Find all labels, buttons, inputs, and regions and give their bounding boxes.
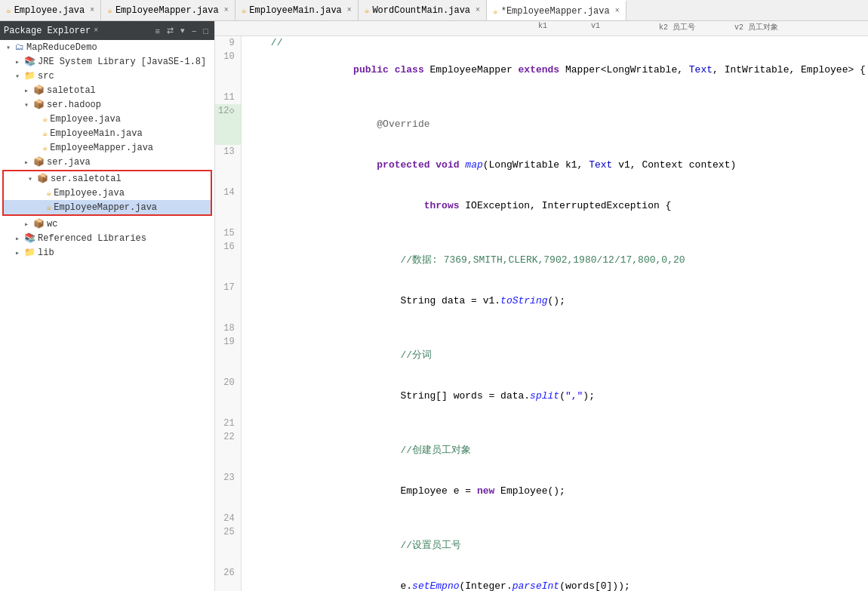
ruler-markers: k1 v1 k2 员工号 v2 员工对象 bbox=[221, 22, 862, 35]
link-editor-btn[interactable]: ⇄ bbox=[165, 25, 176, 36]
tab-close-btn[interactable]: × bbox=[615, 7, 620, 15]
line-content[interactable]: //设置员工号 bbox=[241, 525, 868, 566]
expand-arrow[interactable]: ▸ bbox=[24, 86, 33, 95]
editor-area: k1 v1 k2 员工号 v2 员工对象 9 // 10 bbox=[215, 21, 868, 591]
keyword-new: new bbox=[477, 485, 494, 497]
tree-item-saletotal[interactable]: ▸ 📦 saletotal bbox=[0, 83, 214, 97]
tab-employee-java[interactable]: ☕ Employee.java × bbox=[0, 0, 101, 20]
line-content[interactable] bbox=[241, 417, 868, 430]
tree-item-employeemapper-java-2[interactable]: ☕ EmployeeMapper.java bbox=[4, 200, 211, 214]
line-content[interactable]: //数据: 7369,SMITH,CLERK,7902,1980/12/17,8… bbox=[241, 240, 868, 281]
expand-arrow[interactable]: ▾ bbox=[6, 43, 15, 52]
tree-item-reflibs[interactable]: ▸ 📚 Referenced Libraries bbox=[0, 231, 214, 245]
code-container[interactable]: 9 // 10 public class EmployeeMapper exte… bbox=[215, 36, 868, 591]
keyword-class: class bbox=[395, 64, 424, 75]
line-content[interactable]: protected void map(LongWritable k1, Text… bbox=[241, 145, 868, 186]
tree-label: MapReduceDemo bbox=[26, 42, 97, 53]
line-content[interactable]: throws IOException, InterruptedException… bbox=[241, 186, 868, 226]
tree-item-lib[interactable]: ▸ 📁 lib bbox=[0, 245, 214, 260]
jre-icon: 📚 bbox=[24, 56, 35, 67]
line-number: 23 bbox=[215, 471, 241, 512]
code-comment: //数据: 7369,SMITH,CLERK,7902,1980/12/17,8… bbox=[330, 254, 685, 266]
line-content[interactable]: Employee e = new Employee(); bbox=[241, 471, 868, 512]
string-literal: "," bbox=[565, 390, 583, 402]
tree-item-ser-java[interactable]: ▸ 📦 ser.java bbox=[0, 155, 214, 169]
table-row: 21 bbox=[215, 417, 868, 430]
line-content[interactable]: // bbox=[241, 36, 868, 50]
tree-label: lib bbox=[38, 248, 54, 258]
tree-label: wc bbox=[47, 219, 57, 229]
line-content[interactable]: String data = v1.toString(); bbox=[241, 281, 868, 322]
tab-close-btn[interactable]: × bbox=[476, 6, 480, 14]
tree-item-mapreducedemo[interactable]: ▾ 🗂 MapReduceDemo bbox=[0, 40, 214, 54]
line-content[interactable]: @Override bbox=[241, 104, 868, 145]
package-icon: 📦 bbox=[33, 218, 45, 229]
tree-label: Employee.java bbox=[50, 114, 121, 125]
project-tree: ▾ 🗂 MapReduceDemo ▸ 📚 JRE System Library… bbox=[0, 40, 214, 260]
expand-arrow[interactable]: ▸ bbox=[24, 158, 33, 167]
java-file-icon: ☕ bbox=[42, 142, 48, 153]
ruler-bar: k1 v1 k2 员工号 v2 员工对象 bbox=[215, 21, 868, 36]
tree-label: src bbox=[38, 71, 54, 82]
tree-item-jre[interactable]: ▸ 📚 JRE System Library [JavaSE-1.8] bbox=[0, 54, 214, 69]
close-tab-icon[interactable]: × bbox=[94, 26, 98, 35]
method-name: toString bbox=[500, 295, 547, 306]
expand-arrow[interactable]: ▸ bbox=[15, 248, 24, 257]
tab-employee-mapper[interactable]: ☕ EmployeeMapper.java × bbox=[101, 0, 235, 20]
java-file-icon: ☕ bbox=[42, 128, 48, 139]
expand-arrow[interactable]: ▾ bbox=[24, 100, 33, 109]
tree-item-ser-hadoop[interactable]: ▾ 📦 ser.hadoop bbox=[0, 97, 214, 112]
line-content[interactable] bbox=[241, 226, 868, 240]
minimize-btn[interactable]: − bbox=[189, 25, 199, 36]
tree-label: JRE System Library [JavaSE-1.8] bbox=[38, 57, 206, 67]
collapse-all-btn[interactable]: ≡ bbox=[152, 25, 162, 36]
java-file-icon: ☕ bbox=[42, 113, 48, 125]
table-row: 16 //数据: 7369,SMITH,CLERK,7902,1980/12/1… bbox=[215, 240, 868, 281]
line-content[interactable] bbox=[241, 91, 868, 104]
expand-arrow[interactable]: ▸ bbox=[15, 57, 24, 66]
line-content[interactable]: e.setEmpno(Integer.parseInt(words[0])); bbox=[241, 566, 868, 591]
red-border-group: ▾ 📦 ser.saletotal ☕ Employee.java ☕ Empl… bbox=[2, 170, 212, 216]
tree-item-employeemapper-java-1[interactable]: ☕ EmployeeMapper.java bbox=[0, 140, 214, 155]
expand-arrow[interactable]: ▾ bbox=[15, 72, 24, 81]
src-icon: 📁 bbox=[24, 70, 35, 82]
line-number: 15 bbox=[215, 226, 241, 240]
expand-arrow[interactable]: ▾ bbox=[28, 174, 37, 183]
v1-marker: v1 bbox=[591, 22, 600, 30]
line-number: 16 bbox=[215, 240, 241, 281]
tree-item-src[interactable]: ▾ 📁 src bbox=[0, 69, 214, 83]
line-content[interactable]: //创建员工对象 bbox=[241, 430, 868, 471]
line-number: 11 bbox=[215, 91, 241, 104]
expand-arrow[interactable]: ▸ bbox=[24, 220, 33, 229]
keyword-extends: extends bbox=[519, 64, 560, 75]
expand-arrow[interactable]: ▸ bbox=[15, 234, 24, 243]
table-row: 19 //分词 bbox=[215, 335, 868, 376]
tab-label: WordCountMain.java bbox=[372, 5, 470, 16]
view-menu-btn[interactable]: ▾ bbox=[178, 25, 187, 36]
line-content[interactable]: //分词 bbox=[241, 335, 868, 376]
tree-item-employee-java-2[interactable]: ☕ Employee.java bbox=[4, 186, 211, 200]
line-content[interactable]: String[] words = data.split(","); bbox=[241, 376, 868, 417]
tree-item-employee-java-1[interactable]: ☕ Employee.java bbox=[0, 112, 214, 126]
tree-item-employeemain-java[interactable]: ☕ EmployeeMain.java bbox=[0, 126, 214, 140]
tab-close-btn[interactable]: × bbox=[347, 6, 352, 14]
line-content[interactable]: public class EmployeeMapper extends Mapp… bbox=[241, 50, 868, 91]
tab-close-btn[interactable]: × bbox=[90, 6, 94, 14]
tree-label: Employee.java bbox=[54, 188, 125, 199]
tree-item-ser-saletotal[interactable]: ▾ 📦 ser.saletotal bbox=[4, 171, 211, 186]
tab-close-btn[interactable]: × bbox=[224, 6, 229, 14]
line-number: 24 bbox=[215, 512, 241, 525]
java-file-icon: ☕ bbox=[46, 202, 51, 213]
tab-wordcount-main[interactable]: ☕ WordCountMain.java × bbox=[359, 0, 487, 20]
maximize-btn[interactable]: □ bbox=[201, 25, 211, 36]
keyword-throws: throws bbox=[424, 200, 460, 211]
package-icon: 📦 bbox=[33, 156, 45, 168]
tree-item-wc[interactable]: ▸ 📦 wc bbox=[0, 217, 214, 231]
line-number: 9 bbox=[215, 36, 241, 50]
line-content[interactable] bbox=[241, 322, 868, 335]
tab-employee-main[interactable]: ☕ EmployeeMain.java × bbox=[235, 0, 359, 20]
tab-employee-mapper-active[interactable]: ☕ *EmployeeMapper.java × bbox=[487, 0, 626, 20]
line-number: 25 bbox=[215, 525, 241, 566]
line-content[interactable] bbox=[241, 512, 868, 525]
line-number: 13 bbox=[215, 145, 241, 186]
